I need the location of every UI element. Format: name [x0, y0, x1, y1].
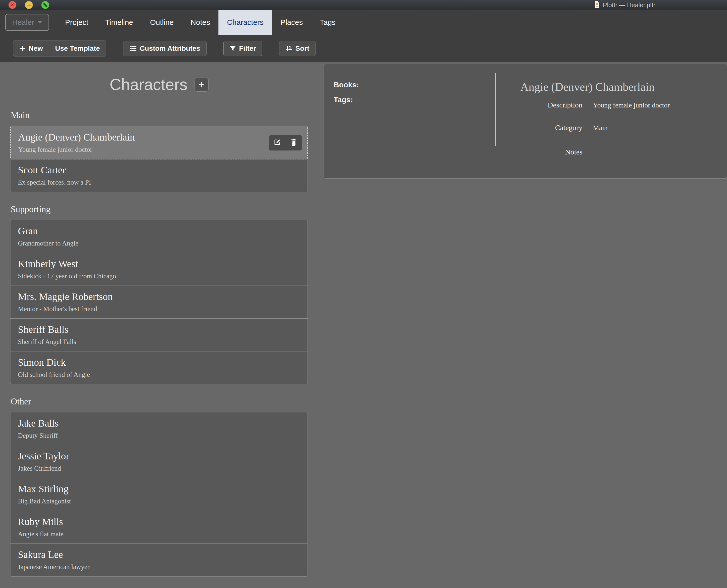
character-card[interactable]: Simon DickOld school friend of Angie [11, 351, 308, 384]
character-list-header: Characters + [10, 62, 308, 95]
minimize-button[interactable] [25, 1, 33, 9]
characters-page: Characters + MainAngie (Denver) Chamberl… [0, 62, 727, 588]
character-description: Mentor - Mother's best friend [18, 305, 300, 313]
character-card[interactable]: Max StirlingBig Bad Antagonist [11, 478, 308, 511]
plottr-window: ✕ Plottr — Healer.pltr Healer ProjectTim… [0, 0, 727, 588]
tab-project[interactable]: Project [57, 10, 97, 35]
character-description: Sidekick - 17 year old from Chicago [18, 272, 300, 280]
new-button-label: New [28, 44, 43, 52]
detail-field-value[interactable]: Main [593, 124, 607, 132]
character-description: Ex special forces. now a PI [18, 178, 300, 186]
character-name: Mrs. Maggie Robertson [18, 291, 300, 302]
character-name: Sakura Lee [18, 549, 300, 560]
filter-button[interactable]: Filter [224, 41, 262, 56]
character-description: Young female junior doctor [18, 146, 300, 153]
section-header-supporting: Supporting [11, 204, 308, 214]
character-card[interactable]: Jake BallsDeputy Sheriff [11, 413, 308, 445]
close-icon: ✕ [11, 2, 15, 7]
character-card-group: Angie (Denver) ChamberlainYoung female j… [10, 126, 308, 192]
tags-label: Tags: [334, 96, 359, 104]
nav-tabs: ProjectTimelineOutlineNotesCharactersPla… [57, 10, 344, 35]
fullscreen-icon [43, 2, 47, 7]
character-description: Grandmother to Angie [18, 239, 300, 247]
character-description: Big Bad Antagonist [18, 498, 300, 505]
character-card-group: Jake BallsDeputy SheriffJessie TaylorJak… [10, 412, 308, 576]
sort-icon [285, 45, 292, 52]
edit-character-button[interactable] [269, 135, 285, 150]
character-sections: MainAngie (Denver) ChamberlainYoung fema… [10, 110, 308, 576]
project-switcher-button[interactable]: Healer [5, 14, 49, 31]
section-header-main: Main [11, 110, 308, 120]
custom-attributes-button[interactable]: Custom Attributes [123, 41, 207, 56]
character-description: Jakes Girlfriend [18, 465, 300, 472]
character-name: Gran [18, 226, 300, 236]
character-name: Kimberly West [18, 258, 300, 269]
character-name: Jake Balls [18, 418, 300, 429]
use-template-button[interactable]: Use Template [49, 41, 106, 56]
navbar: Healer ProjectTimelineOutlineNotesCharac… [0, 10, 727, 35]
sort-button[interactable]: Sort [279, 41, 315, 56]
character-card[interactable]: Mrs. Maggie RobertsonMentor - Mother's b… [11, 286, 308, 318]
detail-field-label: Notes [495, 147, 582, 156]
detail-meta: Books: Tags: [334, 81, 359, 104]
books-label: Books: [334, 81, 359, 89]
tab-places[interactable]: Places [272, 10, 311, 35]
close-button[interactable]: ✕ [8, 1, 16, 9]
zoom-button[interactable] [41, 1, 49, 9]
character-card[interactable]: Kimberly WestSidekick - 17 year old from… [11, 253, 308, 286]
character-name: Angie (Denver) Chamberlain [18, 132, 300, 143]
character-name: Scott Carter [18, 165, 300, 175]
delete-character-button[interactable] [285, 135, 302, 150]
character-description: Angie's flat mate [18, 530, 300, 538]
character-card[interactable]: Ruby MillsAngie's flat mate [11, 511, 308, 544]
character-name: Max Stirling [18, 484, 300, 495]
character-detail-panel: Books: Tags: Angie (Denver) Chamberlain … [324, 64, 727, 179]
character-name: Jessie Taylor [18, 451, 300, 462]
titlebar: ✕ Plottr — Healer.pltr [0, 0, 727, 10]
characters-toolbar: New Use Template Custom Attributes Filte… [0, 35, 727, 62]
trash-icon [290, 138, 297, 147]
character-card[interactable]: Angie (Denver) ChamberlainYoung female j… [10, 126, 308, 160]
character-card-group: GranGrandmother to AngieKimberly WestSid… [10, 220, 308, 384]
character-description: Sheriff of Angel Falls [18, 338, 300, 346]
minimize-icon [27, 5, 31, 5]
character-card[interactable]: Jessie TaylorJakes Girlfriend [11, 445, 308, 478]
detail-field-row: Notes [495, 146, 680, 156]
character-name: Sheriff Balls [18, 324, 300, 335]
character-name: Ruby Mills [18, 517, 300, 527]
detail-field-row: DescriptionYoung female junior doctor [495, 101, 680, 110]
detail-content: Angie (Denver) Chamberlain DescriptionYo… [495, 80, 680, 169]
new-character-button[interactable]: New [13, 41, 49, 56]
sort-label: Sort [295, 44, 309, 52]
character-card[interactable]: GranGrandmother to Angie [11, 220, 308, 253]
tab-notes[interactable]: Notes [182, 10, 219, 35]
detail-field-row: CategoryMain [495, 123, 680, 132]
chevron-down-icon [38, 21, 42, 24]
detail-field-value[interactable]: Young female junior doctor [593, 101, 670, 110]
filter-icon [230, 45, 236, 52]
tab-tags[interactable]: Tags [311, 10, 344, 35]
list-icon [129, 45, 137, 52]
tab-outline[interactable]: Outline [142, 10, 182, 35]
detail-field-label: Description [495, 101, 582, 109]
character-card[interactable]: Scott CarterEx special forces. now a PI [11, 159, 308, 192]
section-header-other: Other [11, 396, 308, 407]
window-title: Plottr — Healer.pltr [594, 0, 655, 10]
detail-character-name: Angie (Denver) Chamberlain [495, 80, 680, 94]
custom-attributes-label: Custom Attributes [140, 44, 200, 52]
tab-timeline[interactable]: Timeline [97, 10, 142, 35]
card-actions [269, 135, 302, 150]
character-description: Japanese American lawyer [18, 563, 300, 571]
add-character-button[interactable]: + [194, 78, 208, 91]
filter-label: Filter [239, 44, 256, 52]
character-description: Deputy Sheriff [18, 432, 300, 440]
new-button-group: New Use Template [13, 41, 106, 57]
edit-icon [273, 138, 281, 147]
window-title-text: Plottr — Healer.pltr [603, 1, 655, 9]
character-card[interactable]: Sakura LeeJapanese American lawyer [11, 544, 308, 576]
character-card[interactable]: Sheriff BallsSheriff of Angel Falls [11, 318, 308, 351]
tab-characters[interactable]: Characters [219, 10, 272, 35]
detail-field-label: Category [495, 123, 582, 132]
plus-icon [19, 45, 26, 52]
project-switcher-label: Healer [12, 18, 34, 27]
